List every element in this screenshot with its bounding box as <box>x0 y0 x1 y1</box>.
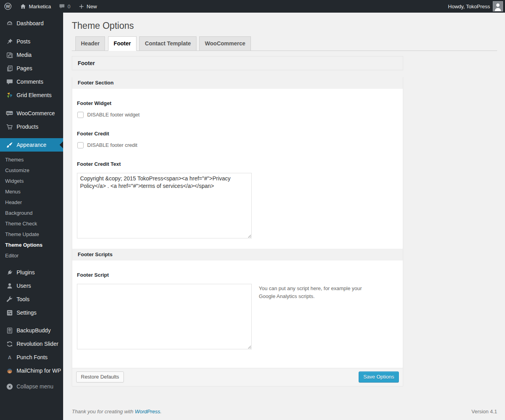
tab-footer[interactable]: Footer <box>108 36 137 51</box>
letter-a-icon: A <box>6 353 13 361</box>
version-label: Version 4.1 <box>471 409 497 414</box>
comments-menu[interactable]: 0 <box>55 0 74 13</box>
appearance-submenu: Themes Customize Widgets Menus Header Ba… <box>0 152 63 266</box>
sidebar-item-label: Media <box>17 52 32 58</box>
menu-separator <box>0 319 63 324</box>
menu-separator <box>0 133 63 138</box>
sidebar-item-label: Settings <box>17 309 37 316</box>
theme-options-tabs: Header Footer Contact Template WooCommer… <box>72 36 497 51</box>
footer-script-description: You can put any script here, for example… <box>259 278 379 300</box>
wordpress-menu-button[interactable]: W <box>0 0 16 13</box>
submenu-item-widgets[interactable]: Widgets <box>0 176 63 186</box>
restore-defaults-button[interactable]: Restore Defaults <box>76 371 124 382</box>
sidebar-item-woocommerce[interactable]: Woo WooCommerce <box>0 107 63 120</box>
sidebar-item-tools[interactable]: Tools <box>0 292 63 306</box>
new-label: New <box>87 4 97 9</box>
submenu-label: Editor <box>5 253 19 259</box>
sidebar-item-pages[interactable]: Pages <box>0 62 63 75</box>
sidebar-item-label: Products <box>17 124 38 130</box>
sidebar-item-label: Dashboard <box>17 20 44 26</box>
user-icon <box>6 282 13 290</box>
submenu-item-editor[interactable]: Editor <box>0 250 63 261</box>
thanks-period: . <box>160 409 162 414</box>
submenu-item-themes[interactable]: Themes <box>0 154 63 165</box>
footer-script-textarea[interactable] <box>77 284 252 349</box>
sidebar-item-products[interactable]: Products <box>0 120 63 133</box>
admin-menu: Dashboard Posts Media Pages Comments <box>0 13 63 420</box>
my-account-menu[interactable]: Howdy, TokoPress <box>448 0 505 13</box>
sidebar-item-comments[interactable]: Comments <box>0 75 63 88</box>
footer-credit-text-textarea[interactable]: Copyright &copy; 2015 TokoPress<span><a … <box>77 173 252 238</box>
sidebar-item-appearance[interactable]: Appearance <box>0 138 63 152</box>
submenu-label: Themes <box>5 157 24 163</box>
checkbox-label: DISABLE footer credit <box>87 142 137 148</box>
submenu-label: Customize <box>5 167 29 173</box>
sidebar-item-label: Pages <box>17 65 32 71</box>
panel-action-bar: Restore Defaults Save Options <box>72 368 403 386</box>
sidebar-item-users[interactable]: Users <box>0 279 63 292</box>
section-header-footer-section: Footer Section <box>72 77 403 89</box>
footer-credit-label: Footer Credit <box>77 131 398 137</box>
sidebar-item-punch-fonts[interactable]: A Punch Fonts <box>0 351 63 364</box>
svg-text:A: A <box>8 354 11 360</box>
sidebar-item-grid-elements[interactable]: Grid Elements <box>0 88 63 102</box>
sidebar-item-mailchimp[interactable]: MailChimp for WP <box>0 364 63 377</box>
comment-count: 0 <box>67 4 70 9</box>
grid-elements-icon <box>6 91 13 99</box>
sidebar-item-label: Punch Fonts <box>17 354 48 360</box>
cart-icon <box>6 123 13 131</box>
tab-woocommerce[interactable]: WooCommerce <box>199 36 251 51</box>
dashboard-icon <box>6 19 13 27</box>
sidebar-item-label: WooCommerce <box>17 110 55 116</box>
wordpress-link[interactable]: WordPress <box>135 409 160 414</box>
submenu-item-theme-update[interactable]: Theme Update <box>0 229 63 240</box>
footer-options-panel: Footer Footer Section Footer Widget DISA… <box>72 56 403 386</box>
tab-contact-template[interactable]: Contact Template <box>139 36 196 51</box>
settings-icon <box>6 309 13 317</box>
monkey-icon <box>6 367 13 375</box>
site-name-label: Marketica <box>29 4 51 9</box>
plus-icon <box>79 4 84 9</box>
sidebar-item-backupbuddy[interactable]: BackupBuddy <box>0 324 63 337</box>
comments-bubble-icon <box>59 3 65 9</box>
disable-footer-widget-checkbox[interactable] <box>77 112 84 118</box>
sidebar-item-label: Revolution Slider <box>17 341 58 347</box>
submenu-item-theme-options[interactable]: Theme Options <box>0 240 63 250</box>
new-content-menu[interactable]: New <box>75 0 101 13</box>
plugin-icon <box>6 268 13 276</box>
sidebar-item-plugins[interactable]: Plugins <box>0 266 63 279</box>
save-options-button[interactable]: Save Options <box>359 371 399 382</box>
footer-credit-text-label: Footer Credit Text <box>77 161 398 167</box>
submenu-label: Header <box>5 199 22 205</box>
svg-text:Woo: Woo <box>7 112 13 114</box>
sidebar-item-label: Collapse menu <box>17 383 53 390</box>
home-icon <box>20 3 26 10</box>
menu-separator <box>0 102 63 107</box>
woocommerce-icon: Woo <box>6 109 13 117</box>
footer-thanks: Thank you for creating with WordPress. <box>72 409 162 414</box>
site-name-menu[interactable]: Marketica <box>16 0 55 13</box>
sidebar-item-posts[interactable]: Posts <box>0 35 63 48</box>
footer-script-label: Footer Script <box>77 272 398 278</box>
howdy-label: Howdy, TokoPress <box>448 4 490 9</box>
submenu-item-menus[interactable]: Menus <box>0 186 63 197</box>
sidebar-item-media[interactable]: Media <box>0 48 63 62</box>
submenu-item-theme-check[interactable]: Theme Check <box>0 218 63 229</box>
sidebar-item-revolution-slider[interactable]: Revolution Slider <box>0 337 63 351</box>
sidebar-item-label: Tools <box>17 296 30 302</box>
submenu-item-customize[interactable]: Customize <box>0 165 63 176</box>
tab-header[interactable]: Header <box>75 36 105 51</box>
sidebar-item-label: Grid Elements <box>17 92 52 98</box>
collapse-menu-button[interactable]: Collapse menu <box>0 380 63 393</box>
submenu-item-background[interactable]: Background <box>0 208 63 218</box>
submenu-label: Background <box>5 210 32 216</box>
submenu-item-header[interactable]: Header <box>0 197 63 208</box>
sidebar-item-settings[interactable]: Settings <box>0 306 63 319</box>
disable-footer-credit-checkbox[interactable] <box>77 142 84 148</box>
sidebar-item-dashboard[interactable]: Dashboard <box>0 17 63 30</box>
collapse-icon <box>6 382 13 390</box>
pin-icon <box>6 38 13 45</box>
submenu-label: Widgets <box>5 178 24 184</box>
sidebar-item-label: BackupBuddy <box>17 327 50 334</box>
pages-icon <box>6 64 13 72</box>
